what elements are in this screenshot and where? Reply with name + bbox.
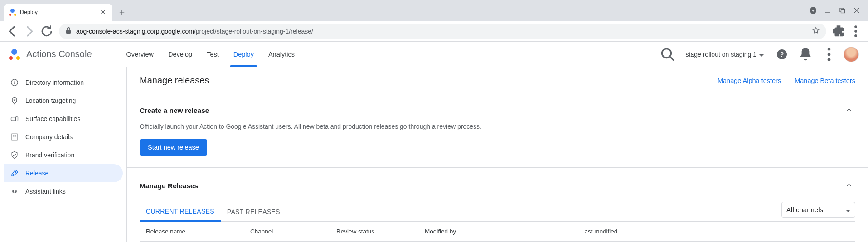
col-release-name: Release name [146,228,250,235]
bookmark-star-icon[interactable] [812,26,820,36]
notifications-icon[interactable] [796,45,815,63]
url-path: /project/stage-rollout-on-staging-1/rele… [194,28,313,35]
sidebar-item-label: Surface capabilities [25,115,80,122]
sidebar-item-brand-verification[interactable]: Brand verification [4,146,123,164]
shield-icon [10,151,19,160]
extensions-icon[interactable] [831,24,846,39]
manage-alpha-testers-link[interactable]: Manage Alpha testers [718,77,781,84]
nav-analytics[interactable]: Analytics [261,42,302,67]
devices-icon [10,114,19,123]
tab-current-releases[interactable]: CURRENT RELEASES [140,202,221,222]
svg-rect-5 [66,30,71,34]
col-channel: Channel [250,228,336,235]
top-nav: Overview Develop Test Deploy Analytics [119,42,302,67]
tab-close-icon[interactable]: ✕ [99,7,107,17]
forward-button[interactable] [22,24,37,39]
nav-deploy[interactable]: Deploy [226,42,261,67]
sidebar-item-label: Company details [25,133,73,141]
address-bar[interactable]: aog-console-acs-staging.corp.google.com/… [59,24,826,39]
sidebar-item-surface-capabilities[interactable]: Surface capabilities [4,110,123,128]
svg-rect-2 [841,10,845,13]
sidebar-item-directory-information[interactable]: Directory information [4,73,123,92]
tab-title: Deploy [20,9,99,15]
svg-point-7 [854,30,857,33]
header-right: stage rollout on staging 1 ? [659,45,859,63]
rocket-icon [10,169,19,178]
page-header: Manage releases Manage Alpha testers Man… [127,67,868,94]
sidebar-item-location-targeting[interactable]: Location targeting [4,92,123,110]
assistant-logo-icon [9,49,20,60]
location-icon [10,96,19,105]
col-modified-by: Modified by [425,228,581,235]
card-header: Create a new release [140,103,855,117]
page-title: Manage releases [140,75,209,86]
sidebar-item-label: Release [25,170,48,177]
start-new-release-button[interactable]: Start new release [140,139,207,156]
sidebar-item-label: Brand verification [25,151,74,159]
svg-point-25 [15,171,16,173]
release-tabs-row: CURRENT RELEASES PAST RELEASES All chann… [140,202,855,222]
svg-line-10 [670,57,674,60]
card-title: Create a new release [140,107,209,115]
svg-rect-18 [11,117,16,121]
col-last-modified: Last modified [581,228,849,235]
minimize-icon[interactable] [824,7,831,14]
chevron-down-icon [759,51,764,58]
url-text: aog-console-acs-staging.corp.google.com/… [76,28,313,35]
more-icon[interactable] [820,45,838,63]
browser-tab[interactable]: Deploy ✕ [4,4,112,21]
page-header-actions: Manage Alpha testers Manage Beta testers [718,77,855,84]
svg-rect-20 [12,134,17,140]
app-title: Actions Console [26,49,92,59]
lock-icon [65,27,72,35]
url-domain: aog-console-acs-staging.corp.google.com [76,28,194,35]
tab-past-releases[interactable]: PAST RELEASES [221,203,286,221]
nav-develop[interactable]: Develop [161,42,199,67]
col-review-status: Review status [336,228,425,235]
collapse-icon[interactable] [843,179,855,193]
help-icon[interactable]: ? [773,45,791,63]
sidebar-item-release[interactable]: Release [4,164,123,182]
avatar[interactable] [844,47,859,62]
window-controls [810,0,868,21]
svg-point-11 [828,48,831,51]
sidebar-item-company-details[interactable]: Company details [4,128,123,146]
building-icon [10,132,19,141]
svg-point-16 [14,81,15,82]
chevron-down-icon [846,206,850,214]
link-icon [10,187,19,196]
app-header: Actions Console Overview Develop Test De… [0,42,868,67]
project-name: stage rollout on staging 1 [686,51,756,58]
project-selector[interactable]: stage rollout on staging 1 [682,48,767,61]
search-icon[interactable] [659,45,677,63]
manage-releases-section: Manage Releases CURRENT RELEASES PAST RE… [127,168,868,242]
info-icon [10,78,19,87]
maximize-icon[interactable] [839,7,845,14]
releases-table-header: Release name Channel Review status Modif… [140,222,855,242]
browser-toolbar: aog-console-acs-staging.corp.google.com/… [0,21,868,42]
reload-button[interactable] [39,24,54,39]
tab-favicon-icon [9,9,16,16]
account-dropdown-icon[interactable] [810,7,816,14]
channel-filter-select[interactable]: All channels [781,202,855,218]
manage-beta-testers-link[interactable]: Manage Beta testers [795,77,855,84]
collapse-icon[interactable] [843,103,855,117]
sidebar-item-label: Directory information [25,79,84,86]
nav-overview[interactable]: Overview [119,42,161,67]
browser-tab-strip: Deploy ✕ ＋ [0,0,868,21]
sidebar-item-assistant-links[interactable]: Assistant links [4,182,123,200]
sidebar: Directory information Location targeting… [0,67,127,242]
close-window-icon[interactable] [853,7,860,14]
svg-point-8 [854,34,857,37]
new-tab-button[interactable]: ＋ [115,5,129,19]
section-header: Manage Releases [140,179,855,193]
sidebar-item-label: Assistant links [25,188,66,195]
channel-filter-label: All channels [786,206,823,214]
chrome-menu-icon[interactable] [848,24,863,39]
svg-point-6 [854,25,857,28]
create-release-card: Create a new release Officially launch y… [127,94,868,168]
svg-point-13 [828,58,831,61]
card-description: Officially launch your Action to Google … [140,123,855,130]
nav-test[interactable]: Test [199,42,226,67]
back-button[interactable] [5,24,20,39]
